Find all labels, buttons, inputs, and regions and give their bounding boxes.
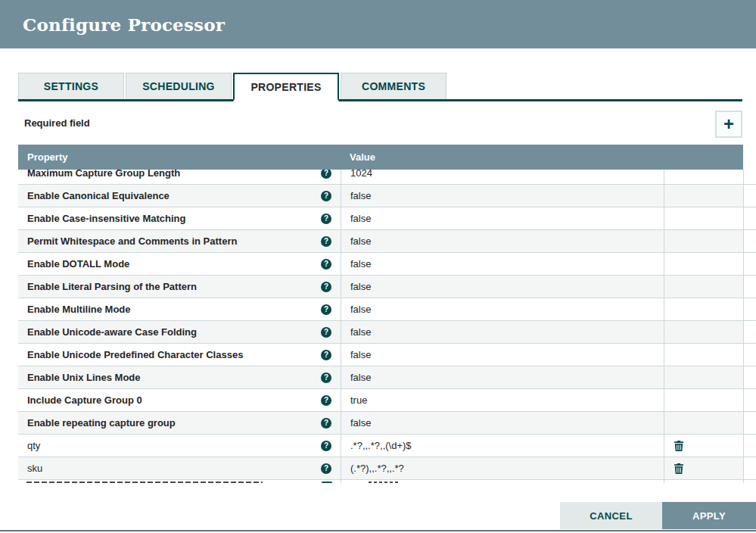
row-gutter <box>743 207 756 229</box>
property-value-cell[interactable]: (.*?),,.*?,,.*? <box>341 457 664 479</box>
help-icon[interactable]: ? <box>321 441 331 451</box>
help-icon[interactable]: ? <box>321 327 331 338</box>
property-value-cell[interactable]: false <box>341 298 664 320</box>
table-row[interactable]: Enable Canonical Equivalence?false <box>18 185 756 207</box>
row-gutter <box>743 298 756 320</box>
clipped-partial-row <box>18 480 756 483</box>
property-value-cell[interactable]: 1024 <box>341 170 664 184</box>
row-actions-cell <box>664 389 743 411</box>
row-actions-cell[interactable] <box>664 457 743 479</box>
help-icon[interactable]: ? <box>321 191 331 201</box>
row-gutter <box>743 344 756 366</box>
property-name-cell[interactable]: Enable Canonical Equivalence? <box>18 185 341 207</box>
help-icon[interactable]: ? <box>321 282 331 292</box>
property-value-cell[interactable]: false <box>341 276 664 298</box>
table-row[interactable]: Include Capture Group 0?true <box>18 389 756 412</box>
property-name-cell[interactable]: Enable Literal Parsing of the Pattern? <box>18 276 341 298</box>
help-icon[interactable]: ? <box>321 372 331 383</box>
row-actions-cell <box>664 321 743 343</box>
row-actions-cell[interactable] <box>664 435 743 457</box>
property-name-cell[interactable]: Enable Unicode Predefined Character Clas… <box>18 344 341 366</box>
table-row[interactable]: Enable Unix Lines Mode?false <box>18 366 756 389</box>
property-name-cell[interactable]: sku? <box>18 457 341 479</box>
help-icon[interactable]: ? <box>321 418 331 429</box>
row-actions-cell <box>664 412 743 434</box>
property-name-cell[interactable]: Maximum Capture Group Length? <box>18 170 341 184</box>
property-name-cell[interactable]: Enable DOTALL Mode? <box>18 253 341 275</box>
table-header-row: Property Value <box>18 145 743 170</box>
tab-settings[interactable]: SETTINGS <box>18 73 124 99</box>
tab-scheduling[interactable]: SCHEDULING <box>126 73 232 99</box>
table-row[interactable]: Enable DOTALL Mode?false <box>18 253 756 276</box>
delete-property-button[interactable] <box>674 441 683 451</box>
row-gutter <box>743 321 756 343</box>
tab-comments[interactable]: COMMENTS <box>341 73 446 99</box>
property-value-cell[interactable]: false <box>341 185 664 207</box>
required-field-label: Required field <box>24 117 90 129</box>
help-icon[interactable]: ? <box>321 170 331 179</box>
property-value-cell[interactable]: false <box>341 344 664 366</box>
property-value-cell[interactable]: false <box>341 321 664 343</box>
property-value-cell[interactable]: .*?,,.*?,,(\d+)$ <box>341 435 664 457</box>
clipped-help-icon-fragment <box>322 482 332 483</box>
row-gutter <box>743 185 756 207</box>
property-name-cell[interactable]: Enable Case-insensitive Matching? <box>18 207 341 229</box>
property-name-cell[interactable]: Enable repeating capture group? <box>18 412 341 434</box>
property-name: Maximum Capture Group Length <box>27 170 180 179</box>
property-name: Include Capture Group 0 <box>27 394 142 406</box>
help-icon[interactable]: ? <box>321 304 331 315</box>
row-gutter <box>743 230 756 252</box>
add-property-button[interactable]: + <box>715 111 742 138</box>
property-column-header: Property <box>18 151 341 163</box>
row-actions-cell <box>664 207 743 229</box>
property-value-cell[interactable]: false <box>341 366 664 388</box>
trash-icon[interactable] <box>674 441 683 451</box>
property-name: Enable Unicode-aware Case Folding <box>27 326 197 338</box>
help-icon[interactable]: ? <box>321 463 331 474</box>
property-value-cell[interactable]: false <box>341 412 664 434</box>
property-name-cell[interactable]: Enable Multiline Mode? <box>18 298 341 320</box>
clipped-value-fragment <box>369 482 399 483</box>
configure-processor-dialog: Configure Processor SETTINGSSCHEDULINGPR… <box>0 0 756 531</box>
row-actions-cell <box>664 170 743 184</box>
row-actions-cell <box>664 276 743 298</box>
table-row[interactable]: sku?(.*?),,.*?,,.*? <box>18 457 756 480</box>
property-name-cell[interactable]: Enable Unicode-aware Case Folding? <box>18 321 341 343</box>
property-value-cell[interactable]: false <box>341 253 664 275</box>
apply-button[interactable]: APPLY <box>662 502 756 529</box>
property-name-cell[interactable]: qty? <box>18 435 341 457</box>
help-icon[interactable]: ? <box>321 214 331 224</box>
table-row[interactable]: Enable Unicode Predefined Character Clas… <box>18 344 756 366</box>
table-row[interactable]: Enable Unicode-aware Case Folding?false <box>18 321 756 344</box>
help-icon[interactable]: ? <box>321 259 331 270</box>
table-row[interactable]: Enable Literal Parsing of the Pattern?fa… <box>18 276 756 298</box>
property-name-cell[interactable]: Permit Whitespace and Comments in Patter… <box>18 230 341 252</box>
help-icon[interactable]: ? <box>321 395 331 406</box>
row-actions-cell <box>664 344 743 366</box>
table-row[interactable]: Enable Multiline Mode?false <box>18 298 756 321</box>
property-name-cell[interactable]: Include Capture Group 0? <box>18 389 341 411</box>
delete-property-button[interactable] <box>674 463 683 474</box>
cancel-button[interactable]: CANCEL <box>560 502 662 529</box>
property-name-cell[interactable]: Enable Unix Lines Mode? <box>18 366 341 388</box>
table-row[interactable]: Permit Whitespace and Comments in Patter… <box>18 230 756 253</box>
row-gutter <box>743 253 756 275</box>
dialog-content: SETTINGSSCHEDULINGPROPERTIESCOMMENTS Req… <box>0 73 756 483</box>
tab-properties[interactable]: PROPERTIES <box>233 73 339 101</box>
property-value-cell[interactable]: false <box>341 230 664 252</box>
trash-icon[interactable] <box>674 463 683 474</box>
property-name: Enable Unix Lines Mode <box>27 372 141 383</box>
table-scroll-viewport[interactable]: Maximum Capture Group Length?1024Enable … <box>18 170 756 483</box>
table-row[interactable]: Enable repeating capture group?false <box>18 412 756 435</box>
property-value-cell[interactable]: false <box>341 207 664 229</box>
help-icon[interactable]: ? <box>321 236 331 247</box>
table-row[interactable]: Maximum Capture Group Length?1024 <box>18 170 756 185</box>
plus-icon: + <box>723 115 734 133</box>
help-icon[interactable]: ? <box>321 350 331 360</box>
dialog-header: Configure Processor <box>0 0 756 48</box>
row-gutter <box>743 366 756 388</box>
property-value-cell[interactable]: true <box>341 389 664 411</box>
table-row[interactable]: qty?.*?,,.*?,,(\d+)$ <box>18 435 756 457</box>
table-row[interactable]: Enable Case-insensitive Matching?false <box>18 207 756 230</box>
row-actions-cell <box>664 366 743 388</box>
